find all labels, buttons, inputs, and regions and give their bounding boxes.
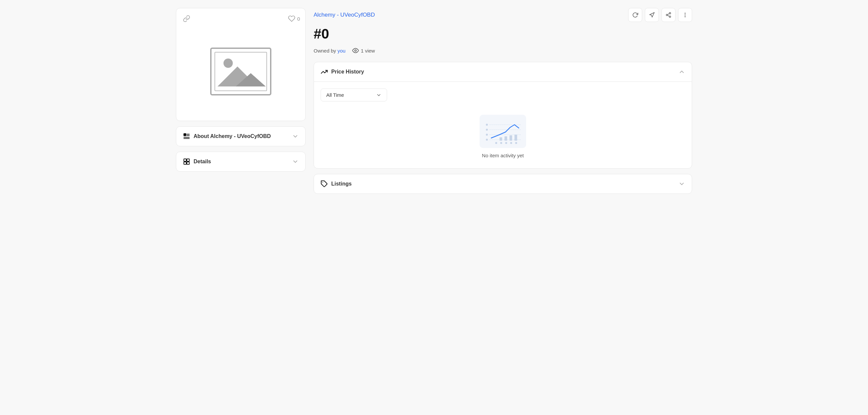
svg-point-25	[486, 129, 488, 131]
svg-point-23	[354, 50, 356, 52]
image-card-header: 0	[182, 13, 300, 24]
svg-point-40	[515, 142, 517, 144]
tag-icon	[320, 180, 328, 188]
svg-rect-33	[504, 136, 507, 141]
no-activity-container: No item activity yet	[320, 108, 685, 162]
about-section-label: About Alchemy - UVeoCyfOBD	[193, 133, 271, 139]
svg-marker-14	[650, 13, 654, 17]
listings-panel: Listings	[314, 174, 692, 194]
svg-point-27	[486, 139, 488, 141]
svg-rect-12	[184, 162, 186, 164]
svg-point-20	[685, 13, 685, 13]
price-history-panel: Price History All Time	[314, 62, 692, 168]
owner-label: Owned by you	[314, 48, 345, 54]
svg-point-38	[505, 142, 507, 144]
views-badge: 1 view	[352, 47, 375, 54]
svg-rect-13	[187, 162, 189, 164]
collection-title-link[interactable]: Alchemy - UVeoCyfOBD	[314, 12, 375, 18]
share-button[interactable]	[661, 8, 676, 22]
header-actions	[628, 8, 692, 22]
nft-image-area	[182, 28, 300, 116]
svg-rect-32	[499, 137, 502, 141]
svg-point-37	[500, 142, 502, 144]
eye-icon	[352, 47, 359, 54]
details-section-card[interactable]: Details	[176, 152, 306, 171]
about-chevron-icon	[292, 133, 299, 140]
price-history-header-left: Price History	[320, 68, 364, 75]
owner-link[interactable]: you	[338, 48, 345, 54]
owner-row: Owned by you 1 view	[314, 47, 692, 54]
right-header: Alchemy - UVeoCyfOBD	[314, 8, 692, 22]
svg-rect-35	[515, 135, 517, 141]
svg-point-21	[685, 14, 685, 15]
time-filter-chevron-icon	[376, 92, 381, 98]
nft-id-title: #0	[314, 26, 692, 42]
price-history-label: Price History	[331, 69, 364, 75]
svg-point-24	[486, 124, 488, 126]
svg-rect-11	[187, 159, 189, 161]
chart-placeholder	[479, 115, 526, 148]
refresh-button[interactable]	[628, 8, 642, 22]
svg-rect-10	[184, 159, 186, 161]
svg-rect-34	[509, 135, 512, 141]
time-filter-select[interactable]: All Time	[320, 89, 387, 101]
svg-point-39	[510, 142, 512, 144]
about-icon	[183, 133, 190, 140]
svg-point-36	[495, 142, 497, 144]
details-chevron-icon	[292, 158, 299, 165]
time-filter-label: All Time	[326, 92, 344, 98]
nft-image-card: 0	[176, 8, 306, 121]
mini-chart-svg	[483, 118, 523, 145]
price-history-chevron-icon	[678, 68, 685, 75]
svg-point-2	[223, 59, 233, 68]
right-column: Alchemy - UVeoCyfOBD	[314, 8, 692, 199]
details-icon	[183, 158, 190, 165]
svg-point-22	[685, 17, 685, 17]
listings-header-left: Listings	[320, 180, 351, 188]
trend-icon	[320, 68, 328, 75]
listings-label: Listings	[331, 181, 351, 187]
send-button[interactable]	[645, 8, 659, 22]
price-history-body: All Time	[314, 82, 692, 168]
about-section-card[interactable]: About Alchemy - UVeoCyfOBD	[176, 126, 306, 146]
left-column: 0	[176, 8, 306, 199]
listings-header[interactable]: Listings	[314, 174, 692, 194]
svg-rect-5	[184, 134, 186, 136]
listings-chevron-icon	[678, 181, 685, 187]
about-section-left: About Alchemy - UVeoCyfOBD	[183, 133, 271, 140]
more-button[interactable]	[678, 8, 692, 22]
price-history-header[interactable]: Price History	[314, 62, 692, 82]
svg-line-19	[668, 13, 669, 14]
views-count-label: 1 view	[361, 48, 375, 54]
placeholder-image-svg	[208, 45, 274, 98]
favorites-count: 0	[288, 15, 300, 22]
svg-point-26	[486, 134, 488, 136]
details-section-label: Details	[193, 159, 211, 165]
svg-line-18	[668, 15, 669, 16]
heart-count-label: 0	[297, 16, 300, 22]
link-button[interactable]	[182, 13, 191, 24]
details-section-left: Details	[183, 158, 211, 165]
no-activity-text: No item activity yet	[482, 153, 524, 158]
